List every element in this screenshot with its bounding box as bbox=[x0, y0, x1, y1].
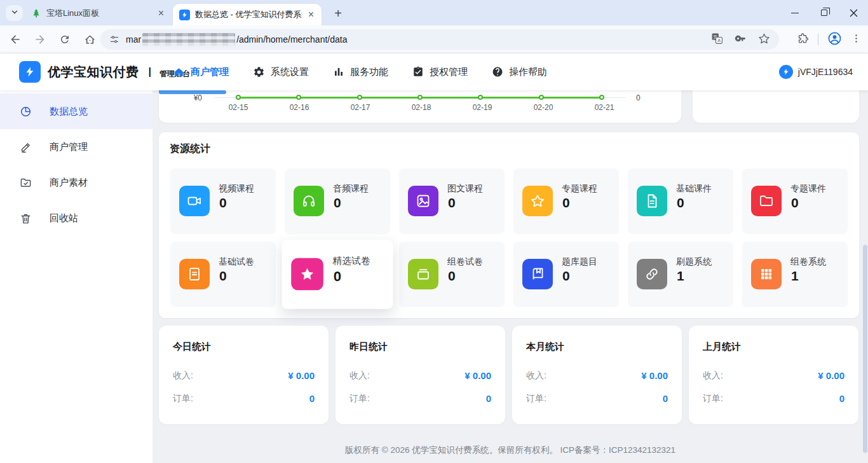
bar-chart-icon bbox=[333, 66, 344, 78]
resource-value: 0 bbox=[219, 268, 227, 284]
grid-icon bbox=[751, 259, 782, 289]
url-path: /admin/home/merchant/data bbox=[236, 34, 347, 45]
resource-card-question-bank[interactable]: 题库题目 0 bbox=[513, 242, 619, 307]
x-tick: 02-20 bbox=[526, 103, 561, 112]
resource-card-basic-courseware[interactable]: 基础课件 0 bbox=[628, 169, 733, 234]
reload-button[interactable] bbox=[55, 29, 75, 50]
extensions-puzzle-icon[interactable] bbox=[797, 32, 809, 47]
forward-button[interactable] bbox=[30, 29, 50, 50]
income-trend-chart-card: ¥0 0 02-15 02-16 02-17 02-18 02-19 02-20… bbox=[159, 90, 681, 123]
resource-card-audio-course[interactable]: 音频课程 0 bbox=[285, 169, 390, 234]
income-value: ¥ 0.00 bbox=[818, 370, 844, 381]
resource-card-assembled-exam[interactable]: 组卷试卷 0 bbox=[399, 242, 505, 307]
star-outline-icon bbox=[522, 186, 553, 216]
resource-label: 刷题系统 bbox=[676, 256, 712, 268]
resource-card-featured-exam[interactable]: 精选试卷 0 bbox=[281, 240, 393, 309]
nav-system-settings[interactable]: 系统设置 bbox=[252, 62, 310, 82]
account-lightning-icon bbox=[779, 65, 793, 79]
screen: 宝塔Linux面板 × 数据总览 - 优学宝知识付费系统 × + mar /ad… bbox=[0, 0, 868, 463]
home-button[interactable] bbox=[79, 29, 100, 50]
orders-label: 订单: bbox=[526, 393, 546, 404]
resource-label: 组卷试卷 bbox=[447, 256, 483, 268]
resource-label: 图文课程 bbox=[447, 183, 483, 195]
tab-search-button[interactable] bbox=[6, 5, 23, 21]
tab-baota-panel[interactable]: 宝塔Linux面板 × bbox=[24, 5, 172, 22]
resource-value: 0 bbox=[448, 268, 456, 284]
resource-value: 0 bbox=[334, 268, 341, 284]
close-icon[interactable]: × bbox=[157, 8, 165, 18]
close-icon[interactable]: × bbox=[307, 10, 315, 20]
resource-label: 基础试卷 bbox=[219, 256, 254, 268]
nav-help[interactable]: 操作帮助 bbox=[491, 62, 548, 82]
url-bar-actions: 文A bbox=[711, 32, 770, 46]
resource-card-basic-exam[interactable]: 基础试卷 0 bbox=[170, 242, 276, 307]
pencil-icon bbox=[20, 141, 32, 153]
chart-point bbox=[417, 95, 423, 100]
x-tick: 02-18 bbox=[403, 103, 439, 112]
income-label: 收入: bbox=[349, 370, 370, 382]
bookmark-star-icon[interactable] bbox=[758, 32, 770, 46]
close-window-button[interactable] bbox=[839, 0, 868, 25]
brand: 优学宝知识付费 | 管理后台 bbox=[19, 53, 190, 90]
resource-value: 0 bbox=[677, 195, 684, 211]
resource-card-topic-courseware[interactable]: 专题课件 0 bbox=[742, 169, 848, 234]
profile-avatar-icon[interactable] bbox=[827, 31, 842, 48]
sidebar-item-label: 商户素材 bbox=[50, 177, 88, 189]
resource-label: 专题课程 bbox=[562, 183, 597, 195]
resource-value: 1 bbox=[791, 268, 799, 284]
resource-grid: 视频课程 0 音频课程 0 图文课程 0 专题课程 0 bbox=[170, 169, 848, 307]
site-info-icon[interactable] bbox=[109, 34, 119, 45]
tab-data-overview[interactable]: 数据总览 - 优学宝知识付费系统 × bbox=[173, 4, 322, 25]
resource-card-assembly-system[interactable]: 组卷系统 1 bbox=[742, 242, 848, 307]
minimize-button[interactable] bbox=[780, 0, 810, 25]
back-icon bbox=[9, 33, 22, 46]
restore-icon bbox=[821, 10, 827, 16]
link-icon bbox=[637, 259, 667, 289]
resource-card-video-course[interactable]: 视频课程 0 bbox=[170, 169, 276, 234]
password-key-icon[interactable] bbox=[735, 32, 747, 46]
baota-tree-icon bbox=[31, 8, 41, 19]
sidebar-item-recycle-bin[interactable]: 回收站 bbox=[0, 200, 153, 236]
sidebar-item-data-overview[interactable]: 数据总览 bbox=[0, 93, 153, 129]
tab-title: 数据总览 - 优学宝知识付费系统 bbox=[195, 9, 302, 20]
resource-value: 0 bbox=[448, 195, 456, 211]
chart-point bbox=[357, 95, 362, 100]
chevron-down-icon bbox=[10, 8, 19, 19]
folder-check-icon bbox=[20, 177, 32, 189]
forward-icon bbox=[34, 33, 46, 46]
close-icon bbox=[850, 9, 858, 17]
x-tick: 02-15 bbox=[220, 103, 256, 112]
browser-nav-buttons bbox=[5, 25, 100, 53]
image-icon bbox=[408, 186, 438, 216]
resource-stats-card: 资源统计 视频课程 0 音频课程 0 图文课程 0 bbox=[159, 132, 859, 318]
new-tab-button[interactable]: + bbox=[329, 5, 347, 22]
book-icon bbox=[522, 259, 553, 289]
tab-title: 宝塔Linux面板 bbox=[46, 8, 152, 19]
clipboard-check-icon bbox=[412, 66, 424, 78]
x-tick: 02-17 bbox=[342, 103, 378, 112]
browser-menu-icon[interactable] bbox=[851, 33, 862, 46]
sidebar-item-merchant-management[interactable]: 商户管理 bbox=[0, 129, 153, 165]
url-bar[interactable]: mar /admin/home/merchant/data 文A bbox=[100, 29, 779, 50]
orders-value: 0 bbox=[486, 393, 491, 404]
account-chip[interactable]: jVFJjE119634 bbox=[779, 53, 853, 90]
resource-label: 题库题目 bbox=[562, 256, 597, 268]
sidebar-item-merchant-materials[interactable]: 商户素材 bbox=[0, 165, 153, 200]
back-button[interactable] bbox=[5, 29, 25, 50]
gear-icon bbox=[253, 66, 265, 78]
question-circle-icon bbox=[492, 66, 503, 78]
resource-card-drill-system[interactable]: 刷题系统 1 bbox=[628, 242, 733, 307]
nav-authorization-management[interactable]: 授权管理 bbox=[411, 62, 469, 82]
resource-card-topic-course[interactable]: 专题课程 0 bbox=[513, 169, 619, 234]
window-controls bbox=[780, 0, 868, 25]
header-nav: 商户管理 系统设置 服务功能 授权管理 操作帮助 bbox=[172, 53, 548, 90]
nav-merchant-management[interactable]: 商户管理 bbox=[172, 62, 230, 82]
copyright-footer: 版权所有 © 2026 优学宝知识付费系统。保留所有权利。 ICP备案号：ICP… bbox=[153, 445, 868, 456]
restore-button[interactable] bbox=[810, 0, 839, 25]
nav-service-functions[interactable]: 服务功能 bbox=[332, 62, 390, 82]
minimize-icon bbox=[791, 13, 799, 13]
page-scrollbar-thumb[interactable] bbox=[863, 245, 867, 453]
resource-card-image-text-course[interactable]: 图文课程 0 bbox=[399, 169, 505, 234]
x-tick: 02-19 bbox=[465, 103, 500, 112]
translate-icon[interactable]: 文A bbox=[711, 32, 723, 46]
